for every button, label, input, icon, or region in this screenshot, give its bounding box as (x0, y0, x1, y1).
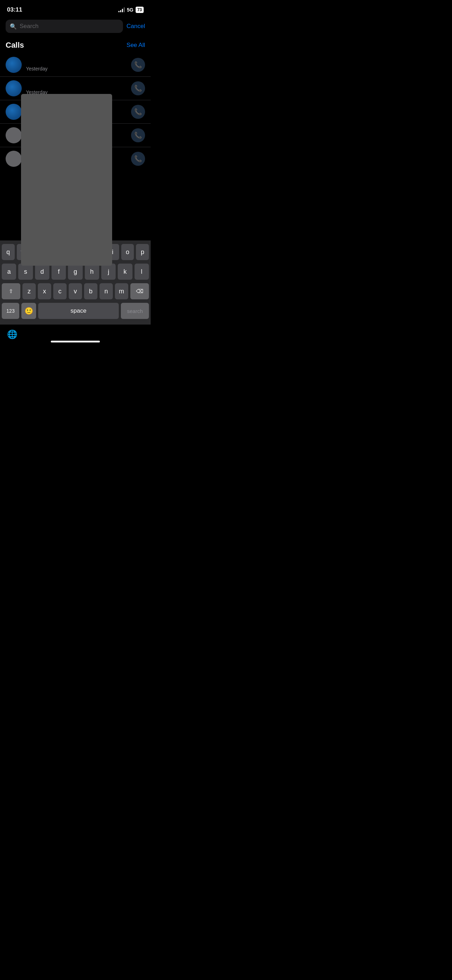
phone-icon: 📞 (134, 108, 142, 116)
status-bar: 03:11 5G 73 (0, 0, 151, 17)
key-q[interactable]: q (2, 244, 15, 260)
search-input-wrapper[interactable]: 🔍 (6, 20, 123, 33)
search-bar-container: 🔍 Cancel (0, 17, 151, 36)
key-x[interactable]: x (38, 283, 51, 299)
keyboard-row-4: 123 🙂 space search (2, 303, 149, 319)
privacy-blur-overlay (21, 94, 112, 266)
key-j[interactable]: j (101, 264, 116, 280)
bottom-bar: 🌐 (0, 325, 151, 346)
keyboard-row-2: a s d f g h j k l (2, 264, 149, 280)
search-input[interactable] (20, 23, 119, 30)
network-type: 5G (127, 7, 134, 13)
phone-icon: 📞 (134, 155, 142, 162)
key-v[interactable]: v (69, 283, 82, 299)
shift-key[interactable]: ⇧ (2, 283, 20, 299)
call-name (26, 58, 127, 65)
key-g[interactable]: g (68, 264, 82, 280)
key-n[interactable]: n (100, 283, 113, 299)
avatar (6, 104, 22, 120)
status-time: 03:11 (7, 6, 22, 13)
key-m[interactable]: m (115, 283, 128, 299)
numeric-key[interactable]: 123 (2, 303, 19, 319)
space-key[interactable]: space (38, 303, 119, 319)
search-key[interactable]: search (121, 303, 149, 319)
call-info: Yesterday (26, 82, 127, 95)
section-header: Calls See All (0, 36, 151, 53)
key-b[interactable]: b (84, 283, 97, 299)
avatar (6, 80, 22, 96)
key-f[interactable]: f (51, 264, 66, 280)
signal-icon (118, 7, 125, 12)
avatar (6, 151, 22, 167)
emoji-key[interactable]: 🙂 (21, 303, 36, 319)
key-z[interactable]: z (22, 283, 36, 299)
call-button[interactable]: 📞 (131, 58, 145, 72)
call-button[interactable]: 📞 (131, 105, 145, 119)
call-button[interactable]: 📞 (131, 152, 145, 166)
call-item[interactable]: Yesterday 📞 (0, 53, 151, 77)
section-title: Calls (6, 41, 24, 50)
call-time: Yesterday (26, 66, 127, 72)
keyboard-row-3: ⇧ z x c v b n m ⌫ (2, 283, 149, 299)
battery-icon: 73 (135, 7, 144, 13)
key-o[interactable]: o (121, 244, 134, 260)
key-c[interactable]: c (53, 283, 67, 299)
cancel-button[interactable]: Cancel (126, 23, 145, 30)
phone-icon: 📞 (134, 131, 142, 139)
avatar (6, 127, 22, 143)
call-info: Yesterday (26, 58, 127, 72)
calls-section: Calls See All Yesterday 📞 Yesterday 📞 (0, 36, 151, 170)
globe-icon[interactable]: 🌐 (7, 329, 18, 339)
avatar (6, 57, 22, 73)
key-a[interactable]: a (2, 264, 16, 280)
call-name (26, 82, 127, 89)
status-right-icons: 5G 73 (118, 7, 144, 13)
key-l[interactable]: l (135, 264, 149, 280)
key-k[interactable]: k (118, 264, 132, 280)
delete-key[interactable]: ⌫ (131, 283, 149, 299)
key-d[interactable]: d (35, 264, 49, 280)
key-p[interactable]: p (136, 244, 149, 260)
key-s[interactable]: s (18, 264, 33, 280)
see-all-button[interactable]: See All (126, 42, 145, 49)
key-h[interactable]: h (85, 264, 99, 280)
home-indicator (51, 341, 100, 342)
call-button[interactable]: 📞 (131, 128, 145, 142)
phone-icon: 📞 (134, 84, 142, 92)
call-button[interactable]: 📞 (131, 81, 145, 95)
search-icon: 🔍 (10, 23, 17, 30)
phone-icon: 📞 (134, 61, 142, 69)
battery-level: 73 (137, 7, 142, 12)
